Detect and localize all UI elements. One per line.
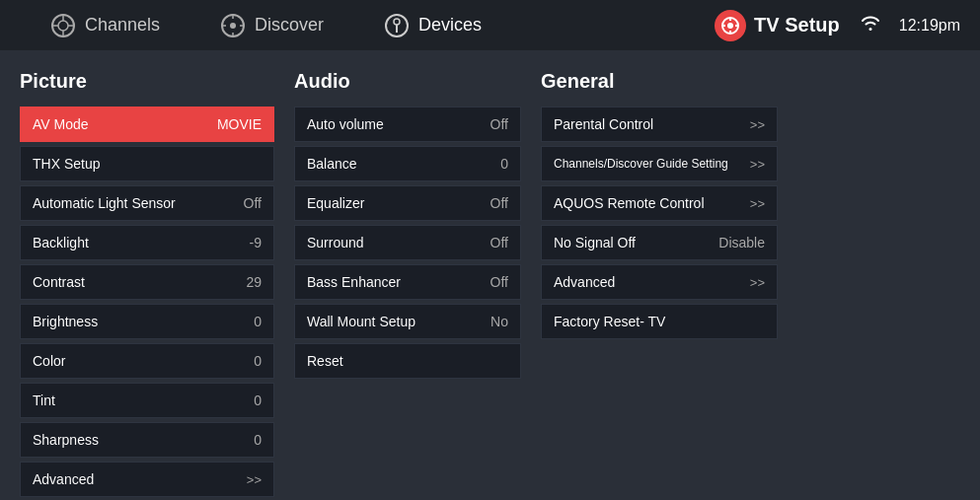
picture-backlight[interactable]: Backlight -9 xyxy=(20,225,274,260)
wall-mount-label: Wall Mount Setup xyxy=(307,314,415,329)
aquos-remote-label: AQUOS Remote Control xyxy=(554,195,705,211)
devices-label: Devices xyxy=(418,15,482,36)
surround-value: Off xyxy=(490,235,508,250)
audio-bass-enhancer[interactable]: Bass Enhancer Off xyxy=(294,264,521,300)
nav-discover[interactable]: Discover xyxy=(189,0,353,50)
auto-light-value: Off xyxy=(244,195,262,211)
picture-column: Picture AV Mode MOVIE THX Setup Automati… xyxy=(20,70,274,480)
general-channels-discover[interactable]: Channels/Discover Guide Setting >> xyxy=(541,146,778,181)
top-navigation: Channels Discover Devices xyxy=(0,0,980,50)
sharpness-value: 0 xyxy=(254,432,262,448)
channels-discover-arrow: >> xyxy=(750,157,765,172)
tv-setup-label: TV Setup xyxy=(754,14,840,36)
color-value: 0 xyxy=(254,353,262,369)
picture-advanced-arrow: >> xyxy=(247,472,262,487)
nav-tv-setup[interactable]: TV Setup xyxy=(715,10,840,41)
parental-control-label: Parental Control xyxy=(554,116,653,132)
picture-av-mode[interactable]: AV Mode MOVIE xyxy=(20,107,274,142)
picture-advanced-label: Advanced xyxy=(33,471,94,487)
no-signal-value: Disable xyxy=(718,235,765,250)
thx-setup-label: THX Setup xyxy=(33,156,100,172)
audio-header: Audio xyxy=(294,70,521,93)
nav-channels[interactable]: Channels xyxy=(20,0,189,50)
brightness-value: 0 xyxy=(254,314,262,329)
bass-enhancer-label: Bass Enhancer xyxy=(307,274,401,290)
balance-label: Balance xyxy=(307,156,357,172)
tv-setup-icon xyxy=(715,10,746,41)
audio-surround[interactable]: Surround Off xyxy=(294,225,521,260)
surround-label: Surround xyxy=(307,235,364,250)
svg-point-7 xyxy=(230,23,236,29)
general-factory-reset[interactable]: Factory Reset- TV xyxy=(541,304,778,339)
picture-brightness[interactable]: Brightness 0 xyxy=(20,304,274,339)
audio-column: Audio Auto volume Off Balance 0 Equalize… xyxy=(294,70,521,480)
picture-tint[interactable]: Tint 0 xyxy=(20,383,274,418)
tint-label: Tint xyxy=(33,393,55,408)
equalizer-value: Off xyxy=(490,195,508,211)
picture-auto-light[interactable]: Automatic Light Sensor Off xyxy=(20,185,274,221)
contrast-label: Contrast xyxy=(33,274,85,290)
general-header: General xyxy=(541,70,778,93)
general-parental-control[interactable]: Parental Control >> xyxy=(541,107,778,142)
auto-light-label: Automatic Light Sensor xyxy=(33,195,176,211)
aquos-remote-arrow: >> xyxy=(750,196,765,211)
channels-label: Channels xyxy=(85,15,160,36)
equalizer-label: Equalizer xyxy=(307,195,364,211)
audio-equalizer[interactable]: Equalizer Off xyxy=(294,185,521,221)
contrast-value: 29 xyxy=(246,274,262,290)
audio-auto-volume[interactable]: Auto volume Off xyxy=(294,107,521,142)
av-mode-value: MOVIE xyxy=(217,116,262,132)
audio-balance[interactable]: Balance 0 xyxy=(294,146,521,181)
audio-reset[interactable]: Reset xyxy=(294,343,521,379)
nav-right: 12:19pm xyxy=(840,14,960,36)
svg-point-1 xyxy=(58,21,68,31)
general-advanced-arrow: >> xyxy=(750,275,765,290)
general-column: General Parental Control >> Channels/Dis… xyxy=(541,70,778,480)
bass-enhancer-value: Off xyxy=(490,274,508,290)
general-aquos-remote[interactable]: AQUOS Remote Control >> xyxy=(541,185,778,221)
factory-reset-label: Factory Reset- TV xyxy=(554,314,665,329)
parental-control-arrow: >> xyxy=(750,117,765,132)
general-advanced-label: Advanced xyxy=(554,274,615,290)
audio-reset-label: Reset xyxy=(307,353,343,369)
picture-advanced[interactable]: Advanced >> xyxy=(20,462,274,497)
av-mode-label: AV Mode xyxy=(33,116,89,132)
color-label: Color xyxy=(33,353,65,369)
backlight-label: Backlight xyxy=(33,235,89,250)
audio-wall-mount[interactable]: Wall Mount Setup No xyxy=(294,304,521,339)
clock: 12:19pm xyxy=(899,17,960,35)
brightness-label: Brightness xyxy=(33,314,98,329)
channels-discover-label: Channels/Discover Guide Setting xyxy=(554,157,728,171)
nav-devices[interactable]: Devices xyxy=(353,0,511,50)
auto-volume-label: Auto volume xyxy=(307,116,384,132)
picture-sharpness[interactable]: Sharpness 0 xyxy=(20,422,274,458)
balance-value: 0 xyxy=(500,156,508,172)
main-content: Picture AV Mode MOVIE THX Setup Automati… xyxy=(0,50,980,500)
devices-icon xyxy=(383,12,411,39)
discover-label: Discover xyxy=(255,15,324,36)
auto-volume-value: Off xyxy=(490,116,508,132)
tint-value: 0 xyxy=(254,393,262,408)
picture-color[interactable]: Color 0 xyxy=(20,343,274,379)
discover-icon xyxy=(219,12,247,39)
backlight-value: -9 xyxy=(250,235,262,250)
no-signal-label: No Signal Off xyxy=(554,235,636,250)
sharpness-label: Sharpness xyxy=(33,432,99,448)
general-advanced[interactable]: Advanced >> xyxy=(541,264,778,300)
wall-mount-value: No xyxy=(490,314,508,329)
picture-header: Picture xyxy=(20,70,274,93)
wifi-icon xyxy=(860,14,881,36)
general-no-signal-off[interactable]: No Signal Off Disable xyxy=(541,225,778,260)
channels-icon xyxy=(49,12,77,39)
svg-point-13 xyxy=(394,19,400,25)
picture-contrast[interactable]: Contrast 29 xyxy=(20,264,274,300)
svg-point-15 xyxy=(727,23,733,29)
picture-thx-setup[interactable]: THX Setup xyxy=(20,146,274,181)
